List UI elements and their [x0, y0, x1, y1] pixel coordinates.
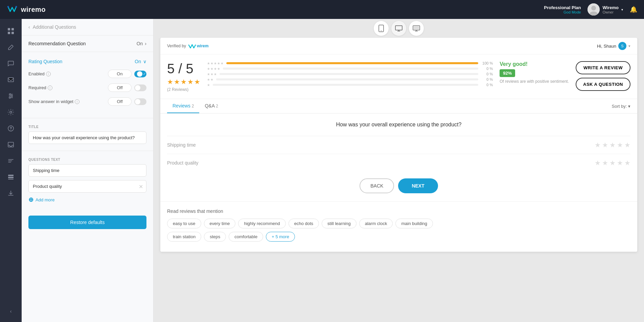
- show-answer-toggle[interactable]: Off: [108, 97, 146, 106]
- svg-point-1: [16, 6, 17, 8]
- bar-1: ★ 0 %: [207, 83, 493, 87]
- tag-more[interactable]: + 5 more: [266, 232, 295, 242]
- monitor-device-btn[interactable]: [409, 21, 424, 36]
- chat-icon: [7, 60, 14, 67]
- enabled-toggle-label: On: [108, 70, 132, 78]
- recommendation-question-row[interactable]: Recommendation Question On ›: [22, 35, 153, 52]
- tag-easy-to-use[interactable]: easy to use: [167, 219, 201, 228]
- back-arrow-icon[interactable]: ‹: [28, 24, 30, 30]
- sidebar-item-settings[interactable]: [4, 105, 18, 119]
- tab-reviews[interactable]: Reviews 2: [167, 99, 199, 113]
- remove-question-btn[interactable]: ✕: [139, 183, 143, 190]
- quality-star-5[interactable]: ★: [624, 159, 630, 167]
- quality-stars[interactable]: ★ ★ ★ ★ ★: [595, 159, 630, 167]
- show-answer-toggle-btn[interactable]: [134, 98, 146, 105]
- bar-5-fill: [226, 62, 478, 64]
- svg-point-16: [10, 111, 12, 113]
- tab-qna[interactable]: Q&A 2: [199, 99, 223, 113]
- sidebar-item-grid[interactable]: [4, 24, 18, 38]
- svg-point-14: [11, 95, 13, 97]
- tag-every-time[interactable]: every time: [204, 219, 236, 228]
- sidebar-item-edit[interactable]: [4, 41, 18, 54]
- sidebar-item-sliders[interactable]: [4, 89, 18, 103]
- logo-area: wiremo: [7, 4, 46, 15]
- sidebar-item-tools[interactable]: [4, 154, 18, 168]
- question-input-1[interactable]: [28, 164, 146, 177]
- review-count: (2 Reviews): [167, 87, 200, 92]
- star-2: ★: [174, 78, 180, 86]
- add-more-label: Add more: [36, 197, 54, 202]
- show-answer-label: Show answer in widget i: [28, 99, 79, 104]
- user-menu[interactable]: Wiremo Owner ▾: [588, 3, 623, 16]
- sort-by[interactable]: Sort by: ▾: [612, 104, 630, 109]
- mobile-device-btn[interactable]: [374, 21, 389, 36]
- rating-section-header: Rating Question On ∨: [28, 59, 146, 64]
- user-role: Owner: [602, 10, 619, 14]
- tag-echo-dots[interactable]: echo dots: [289, 219, 319, 228]
- show-answer-info-icon[interactable]: i: [75, 99, 79, 104]
- tag-steps[interactable]: steps: [204, 232, 226, 242]
- bar-3-pct: 0 %: [481, 72, 493, 76]
- enabled-toggle-btn[interactable]: ✓: [134, 71, 146, 77]
- required-info-icon[interactable]: i: [48, 85, 52, 90]
- bar-3-stars: ★★★: [207, 72, 217, 76]
- shipping-star-3[interactable]: ★: [610, 141, 616, 149]
- svg-rect-22: [8, 179, 14, 179]
- questions-section: QUESTIONS TEXT ✕ ⊕ Add more: [22, 151, 153, 210]
- sidebar-collapse-btn[interactable]: ‹: [7, 306, 15, 317]
- write-review-btn[interactable]: WRITE A REVIEW: [576, 61, 630, 74]
- quality-star-4[interactable]: ★: [617, 159, 623, 167]
- enabled-info-icon[interactable]: i: [46, 72, 51, 76]
- sidebar-item-chat[interactable]: [4, 57, 18, 70]
- tag-main-building[interactable]: main building: [395, 219, 433, 228]
- title-input[interactable]: [28, 131, 146, 144]
- restore-defaults-btn[interactable]: Restore defaults: [28, 216, 146, 229]
- bar-3-track: [220, 73, 478, 75]
- svg-point-3: [591, 6, 596, 10]
- back-btn[interactable]: BACK: [360, 178, 394, 193]
- user-initial-badge: S: [618, 42, 626, 50]
- shipping-star-5[interactable]: ★: [624, 141, 630, 149]
- tag-alarm-clock[interactable]: alarm clock: [359, 219, 393, 228]
- required-toggle[interactable]: Off: [108, 83, 146, 92]
- verified-text: Verified by: [167, 44, 186, 48]
- stars-row: ★ ★ ★ ★ ★: [167, 78, 200, 86]
- sidebar-item-list[interactable]: [4, 170, 18, 184]
- quality-star-3[interactable]: ★: [610, 159, 616, 167]
- sidebar-item-help[interactable]: [4, 122, 18, 135]
- panel-header: ‹ Additional Questions: [22, 19, 153, 35]
- notifications-icon[interactable]: 🔔: [630, 6, 637, 13]
- add-more-btn[interactable]: ⊕ Add more: [28, 196, 146, 203]
- tag-train-station[interactable]: train station: [167, 232, 201, 242]
- enabled-toggle[interactable]: On ✓: [108, 70, 146, 78]
- tag-highly-recommend[interactable]: highly recommend: [238, 219, 285, 228]
- required-toggle-btn[interactable]: [134, 84, 146, 91]
- wiremo-brand-logo: wiremo: [188, 43, 208, 49]
- mentions-section: Read reviews that mention easy to use ev…: [160, 202, 637, 252]
- bar-5-track: [226, 62, 478, 64]
- bar-2: ★★ 0 %: [207, 77, 493, 81]
- bar-5-pct: 100 %: [481, 61, 493, 65]
- avatar: [588, 3, 600, 16]
- svg-rect-8: [12, 32, 14, 34]
- ask-question-btn[interactable]: ASK A QUESTION: [576, 78, 630, 91]
- app-name: wiremo: [21, 6, 46, 14]
- wiremo-logo-icon: [7, 4, 18, 15]
- quality-star-2[interactable]: ★: [602, 159, 608, 167]
- question-input-2[interactable]: [28, 180, 146, 193]
- chevron-right-icon: ›: [145, 41, 146, 46]
- quality-star-1[interactable]: ★: [595, 159, 601, 167]
- avatar-icon: [588, 3, 600, 16]
- shipping-star-1[interactable]: ★: [595, 141, 601, 149]
- desktop-device-btn[interactable]: [391, 21, 406, 36]
- sidebar-item-download[interactable]: [4, 187, 18, 200]
- tag-comfortable[interactable]: comfortable: [229, 232, 263, 242]
- tag-still-learning[interactable]: still learning: [322, 219, 356, 228]
- shipping-star-2[interactable]: ★: [602, 141, 608, 149]
- sidebar-item-message[interactable]: [4, 73, 18, 86]
- bar-2-track: [216, 78, 478, 80]
- sidebar-item-inbox[interactable]: [4, 138, 18, 151]
- shipping-star-4[interactable]: ★: [617, 141, 623, 149]
- shipping-stars[interactable]: ★ ★ ★ ★ ★: [595, 141, 630, 149]
- next-btn[interactable]: NEXT: [398, 178, 438, 193]
